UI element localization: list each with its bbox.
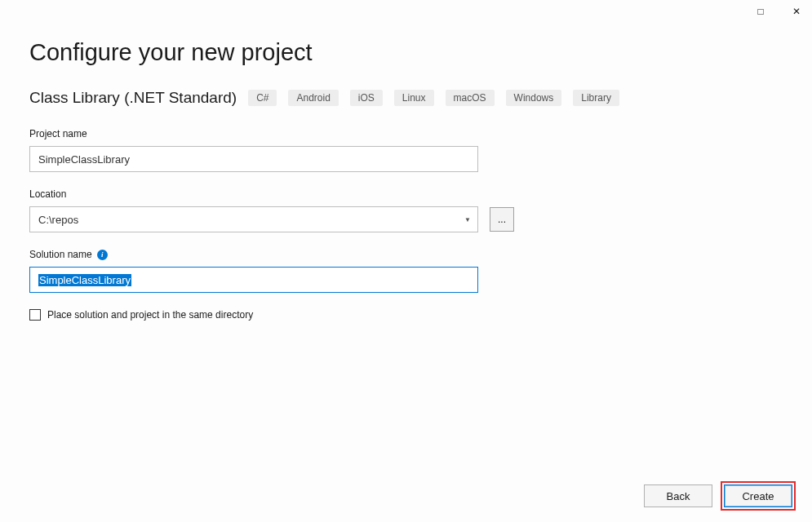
location-label: Location (29, 188, 783, 200)
solution-name-label: Solution name (29, 249, 92, 260)
project-name-input[interactable] (29, 146, 478, 172)
template-name: Class Library (.NET Standard) (29, 89, 237, 107)
location-value: C:\repos (38, 214, 78, 226)
browse-button[interactable]: ... (490, 207, 514, 232)
same-directory-row[interactable]: Place solution and project in the same d… (29, 309, 783, 321)
maximize-button[interactable]: □ (750, 3, 771, 20)
create-highlight: Create (721, 481, 796, 511)
tag-library: Library (573, 90, 619, 106)
tag-macos: macOS (446, 90, 495, 106)
chevron-down-icon: ▼ (464, 216, 471, 223)
location-field: Location C:\repos ▼ ... (29, 188, 783, 232)
tag-csharp: C# (248, 90, 277, 106)
tag-android: Android (288, 90, 338, 106)
same-directory-label: Place solution and project in the same d… (47, 309, 253, 321)
page-title: Configure your new project (29, 39, 783, 66)
footer-buttons: Back Create (644, 481, 796, 511)
window-titlebar: □ ✕ (0, 0, 812, 23)
solution-name-field: Solution name i SimpleClassLibrary (29, 249, 783, 293)
tag-linux: Linux (394, 90, 434, 106)
close-button[interactable]: ✕ (786, 3, 807, 20)
same-directory-checkbox[interactable] (29, 309, 41, 321)
tag-windows: Windows (506, 90, 562, 106)
location-combobox[interactable]: C:\repos ▼ (29, 206, 478, 232)
template-row: Class Library (.NET Standard) C# Android… (29, 89, 783, 107)
info-icon[interactable]: i (97, 250, 108, 260)
solution-name-value: SimpleClassLibrary (38, 274, 131, 286)
project-name-field: Project name (29, 128, 783, 172)
project-name-label: Project name (29, 128, 783, 139)
solution-name-label-row: Solution name i (29, 249, 783, 260)
content-area: Configure your new project Class Library… (0, 23, 812, 321)
tag-ios: iOS (350, 90, 383, 106)
solution-name-input[interactable]: SimpleClassLibrary (29, 267, 478, 293)
back-button[interactable]: Back (644, 484, 712, 507)
create-button[interactable]: Create (724, 484, 792, 507)
